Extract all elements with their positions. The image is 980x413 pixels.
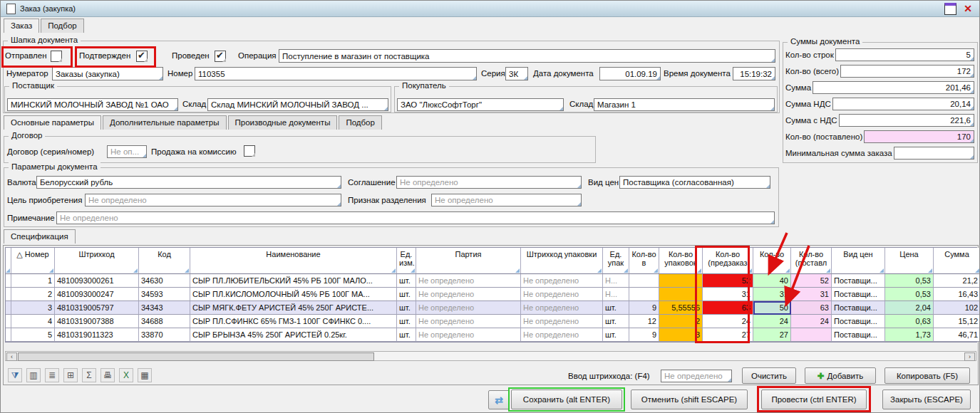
tab-дополнительные-параметры[interactable]: Дополнительные параметры <box>103 115 227 130</box>
cell-price[interactable]: 0,53 <box>885 274 934 288</box>
maximize-button[interactable] <box>944 3 956 15</box>
clear-button[interactable]: Очистить <box>742 367 796 384</box>
cell-num[interactable]: 4 <box>11 315 55 328</box>
cell-sum[interactable]: 21,2 <box>934 274 980 288</box>
sums-row-value[interactable]: 201,46 <box>813 81 974 94</box>
operation-field[interactable]: Поступление в магазин от поставщика <box>279 49 775 63</box>
cell-num[interactable]: 3 <box>11 301 55 315</box>
filter-icon[interactable]: ⧩ <box>8 368 22 382</box>
cell-barcode[interactable]: 4810093000261 <box>55 274 139 288</box>
cell-pack_barcode[interactable]: Не определено <box>521 274 603 288</box>
copy-button[interactable]: Копировать (F5) <box>884 367 970 384</box>
column-header-pack_barcode[interactable]: Штрихкод упаковки <box>521 248 603 274</box>
column-header-price_type[interactable]: Вид цен <box>832 248 885 274</box>
commission-checkbox[interactable] <box>244 145 255 157</box>
cell-unit[interactable]: шт. <box>397 301 416 315</box>
sync-button[interactable]: ⇄ <box>488 390 510 409</box>
cell-qty_packs[interactable] <box>659 274 703 288</box>
cell-qty_in[interactable]: 12 <box>629 315 659 328</box>
cell-name[interactable]: СЫР БРЫНЗА 45% 250Г АРИСТЕЙ 0.25кг. <box>190 328 397 342</box>
cell-unit[interactable]: шт. <box>397 315 416 328</box>
columns-icon[interactable]: ▥ <box>26 368 41 382</box>
cell-barcode[interactable]: 4810319011323 <box>55 328 139 342</box>
cell-batch[interactable]: Не определено <box>416 315 521 328</box>
cell-pack_barcode[interactable]: Не определено <box>521 328 603 342</box>
division-field[interactable]: Не определено <box>431 194 582 206</box>
cell-code[interactable]: 34343 <box>139 301 190 315</box>
cell-qty[interactable]: 50 <box>753 301 791 315</box>
tab-заказ[interactable]: Заказ <box>4 19 39 33</box>
cell-pack_barcode[interactable]: Не определено <box>521 315 603 328</box>
cell-qty_preorder[interactable]: 27 <box>703 328 753 342</box>
column-header-price[interactable]: Цена <box>885 248 934 274</box>
cell-price_type[interactable]: Поставщи... <box>832 315 885 328</box>
cell-qty_delivered[interactable]: 24 <box>791 315 832 328</box>
cell-qty[interactable]: 27 <box>753 328 791 342</box>
numerator-field[interactable]: Заказы (закупка) <box>52 67 163 80</box>
cell-pack_unit[interactable]: шт. <box>603 301 629 315</box>
buyer-warehouse-field[interactable]: Магазин 1 <box>594 98 775 111</box>
cell-unit[interactable]: шт. <box>397 274 416 288</box>
confirmed-checkbox[interactable] <box>136 51 148 62</box>
purpose-field[interactable]: Не определено <box>85 194 341 206</box>
number-field[interactable]: 110355 <box>195 67 477 80</box>
cell-batch[interactable]: Не определено <box>416 274 521 288</box>
cell-qty_delivered[interactable]: 63 <box>791 301 832 315</box>
sums-row-value[interactable]: 172 <box>840 65 974 78</box>
tab-подбор[interactable]: Подбор <box>339 115 382 130</box>
cell-qty_in[interactable] <box>629 274 659 288</box>
cell-qty_in[interactable]: 9 <box>629 328 659 342</box>
column-header-qty_preorder[interactable]: Кол-во (предзаказ <box>703 248 753 274</box>
cell-qty[interactable]: 40 <box>753 274 791 288</box>
column-header-unit[interactable]: Ед. изм. <box>397 248 416 274</box>
close-window-button[interactable]: Закрыть (ESCAPE) <box>882 390 971 409</box>
cell-qty_packs[interactable]: 3 <box>659 328 703 342</box>
cell-qty_preorder[interactable]: 63 <box>703 301 753 315</box>
cell-qty_in[interactable]: 9 <box>629 301 659 315</box>
cell-barcode[interactable]: 4810319005797 <box>55 301 139 315</box>
table-settings-icon[interactable]: ▦ <box>138 368 152 382</box>
cell-pack_unit[interactable]: Н... <box>603 274 629 288</box>
column-header-name[interactable]: Наименование <box>190 248 397 274</box>
contract-field[interactable]: Не оп... <box>107 145 147 158</box>
supplier-warehouse-field[interactable]: Склад МИНСКИЙ МОЛОЧНЫЙ ЗАВОД ... <box>207 98 388 111</box>
series-field[interactable]: 3К <box>505 67 528 80</box>
cell-unit[interactable]: шт. <box>397 288 416 301</box>
cell-code[interactable]: 33870 <box>139 328 190 342</box>
cell-code[interactable]: 34630 <box>139 274 190 288</box>
cell-qty_delivered[interactable]: 52 <box>791 274 832 288</box>
note-field[interactable]: Не определено <box>56 211 775 224</box>
cell-barcode[interactable]: 4810319007388 <box>55 315 139 328</box>
tab-производные-документы[interactable]: Производные документы <box>228 115 338 130</box>
cell-qty[interactable]: 31 <box>753 288 791 301</box>
scroll-right-icon[interactable]: › <box>964 352 975 361</box>
agreement-field[interactable]: Не определено <box>396 176 582 189</box>
cell-num[interactable]: 5 <box>11 328 55 342</box>
price-type-field[interactable]: Поставщика (согласованная) <box>619 176 770 189</box>
table-row[interactable]: 3481031900579734343СЫР МЯГК.ФЕТУ АРИСТЕЙ… <box>6 301 976 315</box>
close-button[interactable]: ✕ <box>964 4 972 13</box>
currency-field[interactable]: Белорусский рубль <box>36 176 341 189</box>
cell-sum[interactable]: 16,43 <box>934 288 980 301</box>
cell-unit[interactable]: шт. <box>397 328 416 342</box>
buyer-field[interactable]: ЗАО "ЛюксСофтТорг" <box>397 98 564 111</box>
cell-qty_packs[interactable] <box>659 288 703 301</box>
cell-qty_packs[interactable]: 2 <box>659 315 703 328</box>
cell-pack_unit[interactable]: шт. <box>603 315 629 328</box>
cell-qty[interactable]: 24 <box>753 315 791 328</box>
column-header-pack_unit[interactable]: Ед. упак <box>603 248 629 274</box>
column-header-qty_in[interactable]: Кол-во в <box>629 248 659 274</box>
cell-price[interactable]: 2,04 <box>885 301 934 315</box>
cell-qty_in[interactable] <box>629 288 659 301</box>
cell-price[interactable]: 1,73 <box>885 328 934 342</box>
column-header-sum[interactable]: Сумма <box>934 248 980 274</box>
sums-row-value[interactable] <box>894 147 974 160</box>
cell-qty_packs[interactable]: 5,55556 <box>659 301 703 315</box>
cell-name[interactable]: СЫР ПЛ.КИСЛОМОЛОЧНЫЙ 45% РБ 100Г МА... <box>190 288 397 301</box>
column-header-barcode[interactable]: Штрихкод <box>55 248 139 274</box>
cell-barcode[interactable]: 4810093000247 <box>55 288 139 301</box>
cell-qty_delivered[interactable] <box>791 328 832 342</box>
cell-price[interactable]: 0,53 <box>885 288 934 301</box>
cancel-button[interactable]: Отменить (shift ESCAPE) <box>631 390 748 409</box>
cell-name[interactable]: СЫР ПЛ.ЛЮБИТЕЛЬСКИЙ 45% РБ 100Г МАЛО... <box>190 274 397 288</box>
